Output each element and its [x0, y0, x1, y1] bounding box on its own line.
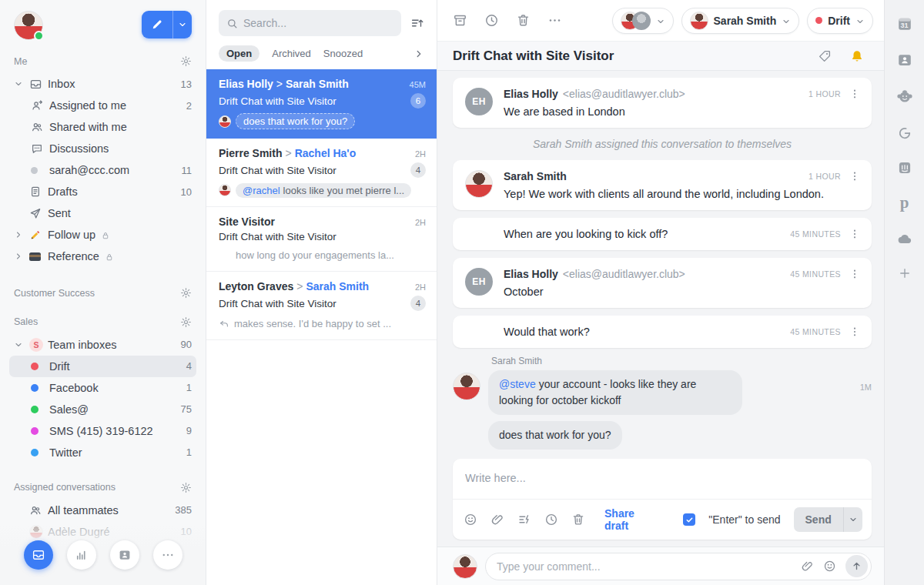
comment-emoji-button[interactable] [823, 560, 836, 573]
mailchimp-app-button[interactable] [896, 88, 914, 106]
add-app-button[interactable] [898, 266, 912, 280]
sidebar-item-sales-at[interactable]: Sales@ 75 [9, 399, 196, 420]
inbox-pill[interactable]: Drift [807, 8, 873, 34]
sidebar-item-drift[interactable]: Drift 4 [9, 356, 196, 377]
assignee-pill[interactable]: Sarah Smith [681, 8, 800, 34]
conversation-item[interactable]: Site Visitor 2H Drift Chat with Site Vis… [206, 207, 437, 272]
message-card[interactable]: EH Elias Holly <elias@auditlawyer.club> … [453, 78, 872, 128]
people-icon [29, 504, 48, 516]
notification-bell-button[interactable] [850, 48, 864, 63]
tag-button[interactable] [818, 48, 832, 63]
item-count: 9 [186, 425, 192, 436]
contacts-app-button[interactable] [896, 52, 913, 69]
mention-link[interactable]: @steve [499, 378, 536, 390]
letter-p-app-button[interactable]: p [900, 195, 909, 211]
compose-button[interactable] [142, 11, 192, 38]
message-card[interactable]: Sarah Smith 1 HOUR Yep! We work with cli… [453, 160, 872, 210]
comment-attachment-button[interactable] [801, 560, 814, 573]
conversation-item[interactable]: Elias Holly > Sarah Smith 45M Drift Chat… [206, 69, 437, 139]
chevron-right-icon[interactable] [14, 252, 29, 261]
archive-button[interactable] [453, 13, 467, 28]
chevron-down-icon[interactable] [14, 79, 29, 89]
message-menu-icon[interactable] [849, 170, 861, 182]
settings-gear-icon[interactable] [180, 55, 192, 67]
search-input[interactable] [243, 17, 393, 29]
composer-input[interactable] [453, 459, 872, 499]
g-loop-app-button[interactable] [897, 125, 912, 141]
sidebar-item-sms[interactable]: SMS (415) 319-6122 9 [9, 420, 196, 442]
settings-gear-icon[interactable] [180, 287, 192, 299]
sidebar-item-twitter[interactable]: Twitter 1 [9, 442, 196, 463]
sidebar-item-assigned-to-me[interactable]: Assigned to me 2 [9, 95, 196, 116]
attachment-button[interactable] [490, 513, 504, 527]
participants-pill[interactable] [612, 8, 674, 34]
settings-gear-icon[interactable] [180, 316, 192, 327]
message-menu-icon[interactable] [849, 228, 861, 240]
sidebar-item-drafts[interactable]: Drafts 10 [9, 181, 196, 202]
message-card[interactable]: Would that work? 45 MINUTES [453, 316, 872, 348]
analytics-tab-button[interactable] [67, 540, 96, 570]
chevron-right-icon[interactable] [14, 230, 29, 239]
compose-pencil-icon[interactable] [142, 11, 172, 38]
sidebar-item-discussions[interactable]: Discussions [9, 138, 196, 159]
sidebar-item-inbox[interactable]: Inbox 13 [9, 73, 196, 95]
conversation-item[interactable]: Pierre Smith > Rachel Ha'o 2H Drift Chat… [206, 139, 437, 207]
tab-snoozed[interactable]: Snoozed [323, 48, 363, 59]
inbox-tab-button[interactable] [24, 540, 53, 570]
more-tab-button[interactable] [153, 540, 182, 570]
sidebar-item-follow-up[interactable]: Follow up [9, 224, 196, 246]
schedule-button[interactable] [544, 513, 558, 527]
message-menu-icon[interactable] [849, 268, 861, 280]
app-window: Me Inbox 13 Assigned to me 2 Shared with… [0, 0, 924, 585]
intercom-app-button[interactable] [897, 160, 912, 176]
sidebar-item-team-inboxes[interactable]: S Team inboxes 90 [9, 334, 196, 356]
send-button[interactable]: Send [794, 507, 843, 532]
search-box[interactable] [219, 10, 401, 36]
compose-dropdown-button[interactable] [172, 11, 192, 38]
message-card[interactable]: EH Elias Holly <elias@auditlawyer.club> … [453, 258, 872, 308]
sidebar-item-facebook[interactable]: Facebook 1 [9, 377, 196, 399]
message-menu-icon[interactable] [849, 88, 861, 100]
conversation-item[interactable]: Leyton Graves > Sarah Smith 2H Drift Cha… [206, 272, 437, 340]
more-actions-button[interactable] [547, 13, 562, 28]
tabs-overflow-chevron-icon[interactable] [413, 48, 424, 60]
sidebar-item-sarah-email[interactable]: sarah@ccc.com 11 [9, 159, 196, 181]
search-icon [226, 18, 238, 29]
sidebar-item-all-teammates[interactable]: All teammates 385 [9, 500, 196, 521]
cloud-app-button[interactable] [896, 230, 913, 247]
calendar-app-button[interactable]: 31 [896, 15, 913, 32]
item-label: All teammates [48, 504, 175, 516]
bar-chart-icon [75, 548, 89, 562]
sidebar-item-reference[interactable]: Reference [9, 246, 196, 267]
settings-gear-icon[interactable] [180, 482, 192, 493]
item-count: 13 [181, 79, 192, 90]
comment-input[interactable] [497, 560, 792, 573]
snooze-button[interactable] [484, 13, 499, 28]
message-menu-icon[interactable] [849, 326, 861, 338]
wallet-emoji-icon [29, 252, 48, 261]
sidebar-item-sent[interactable]: Sent [9, 202, 196, 224]
sidebar-item-shared-with-me[interactable]: Shared with me [9, 116, 196, 138]
share-draft-link[interactable]: Share draft [604, 507, 661, 532]
delete-button[interactable] [516, 13, 531, 28]
sort-button[interactable] [410, 16, 424, 31]
discard-draft-button[interactable] [571, 513, 585, 527]
contacts-tab-button[interactable] [110, 540, 139, 570]
letter-p-icon: p [900, 195, 909, 211]
conversation-from: Pierre Smith [219, 147, 282, 159]
emoji-button[interactable] [464, 513, 477, 527]
message-card[interactable]: When are you looking to kick off? 45 MIN… [453, 218, 872, 250]
message-body: We are based in London [504, 105, 861, 118]
comment-input-pill[interactable] [485, 553, 872, 580]
send-dropdown-button[interactable] [843, 507, 862, 532]
comment-submit-button[interactable] [845, 555, 868, 577]
tab-archived[interactable]: Archived [272, 48, 311, 59]
item-count: 1 [186, 382, 192, 393]
item-count: 75 [181, 403, 192, 415]
chevron-down-icon[interactable] [14, 340, 29, 349]
message-email: <elias@auditlawyer.club> [563, 268, 685, 280]
user-avatar[interactable] [14, 11, 43, 40]
tab-open[interactable]: Open [219, 45, 259, 62]
enter-to-send-checkbox[interactable] [683, 513, 695, 526]
canned-response-button[interactable] [517, 513, 531, 527]
